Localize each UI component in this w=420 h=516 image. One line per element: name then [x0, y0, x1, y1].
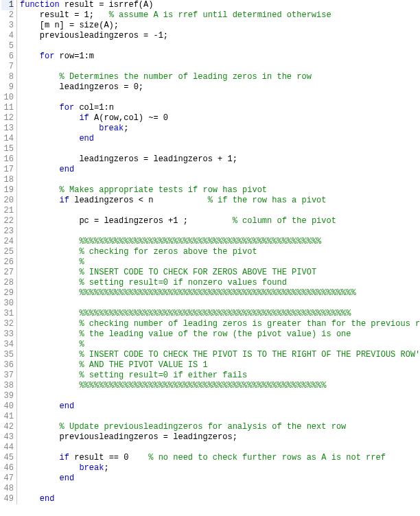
code-token [20, 247, 79, 257]
code-line: % [20, 340, 420, 350]
line-number: 19 [1, 185, 14, 196]
line-number: 26 [1, 257, 14, 268]
line-number: 12 [1, 113, 14, 124]
code-line [20, 144, 420, 154]
code-token: previousleadingzeros = -1; [20, 31, 168, 40]
keyword-token: if [79, 113, 89, 123]
code-token [20, 381, 79, 390]
code-token [20, 51, 40, 61]
code-line: % Makes appropriate tests if row has piv… [20, 185, 420, 196]
code-line: % checking for zeros above the pivot [20, 247, 420, 257]
code-line: break; [20, 124, 420, 134]
code-line: % INSERT CODE TO CHECK THE PIVOT IS TO T… [20, 350, 420, 360]
line-number: 31 [1, 309, 14, 319]
code-token [20, 288, 79, 298]
line-number: 7 [1, 62, 14, 72]
code-line: for col=1:n [20, 103, 420, 113]
code-token [20, 113, 79, 123]
code-line [20, 62, 420, 72]
code-token [20, 124, 99, 133]
keyword-token: break [79, 463, 104, 473]
code-token: col=1:n [74, 103, 114, 113]
keyword-token: function [20, 0, 60, 10]
code-line: if result == 0 % no need to check furthe… [20, 453, 420, 463]
line-number: 43 [1, 432, 14, 443]
code-token [20, 350, 79, 360]
line-number: 3 [1, 21, 14, 31]
line-number: 18 [1, 175, 14, 185]
line-number: 9 [1, 82, 14, 93]
comment-token: % INSERT CODE TO CHECK FOR ZEROS ABOVE T… [79, 268, 316, 277]
comment-token: % assume A is rref until determined othe… [109, 10, 331, 20]
code-token [20, 278, 79, 288]
comment-token: % Update previousleadingzeros for analys… [60, 422, 347, 432]
code-token [20, 453, 60, 462]
comment-token: % no need to check further rows as A is … [148, 453, 386, 462]
comment-token: % Determines the number of leading zeros… [60, 72, 312, 82]
code-token [20, 371, 79, 380]
code-line: % the leading value of the row (the pivo… [20, 329, 420, 340]
code-line: %%%%%%%%%%%%%%%%%%%%%%%%%%%%%%%%%%%%%%%%… [20, 309, 420, 319]
line-number: 30 [1, 298, 14, 309]
code-line: leadingzeros = leadingzeros + 1; [20, 154, 420, 165]
line-number: 46 [1, 463, 14, 473]
line-number: 2 [1, 10, 14, 21]
code-token: result == 0 [69, 453, 148, 462]
line-number: 10 [1, 93, 14, 103]
code-token [20, 268, 79, 277]
line-number: 16 [1, 154, 14, 165]
code-line: % AND THE PIVOT VALUE IS 1 [20, 360, 420, 371]
comment-token: % if the row has a pivot [208, 196, 327, 205]
comment-token: % checking for zeros above the pivot [79, 247, 257, 257]
code-line [20, 391, 420, 401]
keyword-token: for [40, 51, 55, 61]
line-number: 20 [1, 196, 14, 206]
code-token [20, 196, 60, 205]
comment-token: %%%%%%%%%%%%%%%%%%%%%%%%%%%%%%%%%%%%%%%%… [79, 381, 326, 390]
line-number: 24 [1, 237, 14, 247]
comment-token: % setting result=0 if either fails [79, 371, 247, 380]
code-line [20, 226, 420, 237]
code-token: ; [124, 124, 128, 133]
keyword-token: break [99, 124, 124, 133]
comment-token: % [79, 257, 84, 267]
code-token [20, 134, 79, 143]
code-token [20, 329, 79, 339]
line-number: 48 [1, 484, 14, 494]
comment-token: % AND THE PIVOT VALUE IS 1 [79, 360, 207, 370]
line-number: 25 [1, 247, 14, 257]
code-token: [m n] = size(A); [20, 21, 119, 30]
comment-token: % the leading value of the row (the pivo… [79, 329, 351, 339]
line-number: 15 [1, 144, 14, 154]
code-token: leadingzeros = 0; [20, 82, 143, 92]
code-line: pc = leadingzeros +1 ; % column of the p… [20, 216, 420, 226]
code-line: %%%%%%%%%%%%%%%%%%%%%%%%%%%%%%%%%%%%%%%%… [20, 288, 420, 298]
code-editor: 1234567891011121314151617181920212223242… [0, 0, 420, 504]
line-number: 29 [1, 288, 14, 298]
code-token [20, 463, 79, 473]
code-line: for row=1:m [20, 51, 420, 62]
code-line: %%%%%%%%%%%%%%%%%%%%%%%%%%%%%%%%%%%%%%%%… [20, 237, 420, 247]
code-token: pc = leadingzeros +1 ; [20, 216, 233, 226]
code-line: if A(row,col) ~= 0 [20, 113, 420, 124]
line-number: 49 [1, 494, 14, 504]
code-token: row=1:m [54, 51, 94, 61]
code-token [20, 401, 60, 411]
line-number: 5 [1, 41, 14, 51]
comment-token: % column of the pivot [233, 216, 336, 226]
keyword-token: end [40, 494, 55, 504]
code-line [20, 298, 420, 309]
line-number: 36 [1, 360, 14, 371]
code-line: % setting result=0 if either fails [20, 371, 420, 381]
code-line [20, 175, 420, 185]
comment-token: % [79, 340, 84, 349]
line-number: 27 [1, 268, 14, 278]
line-number: 4 [1, 31, 14, 41]
line-number: 41 [1, 412, 14, 422]
code-token: leadingzeros < n [69, 196, 208, 205]
line-number: 11 [1, 103, 14, 113]
code-line: if leadingzeros < n % if the row has a p… [20, 196, 420, 206]
code-line: leadingzeros = 0; [20, 82, 420, 93]
keyword-token: for [60, 103, 75, 113]
code-token [20, 103, 60, 113]
